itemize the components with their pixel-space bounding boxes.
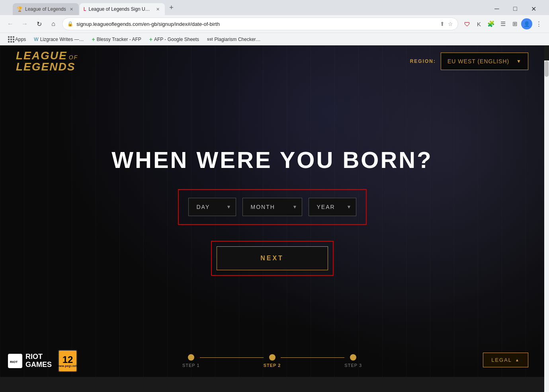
main-content: WHEN WERE YOU BORN? DAY ▼ MONTH ▼	[0, 77, 544, 345]
tab2-title: League of Legends Sign Up | EU	[88, 6, 152, 12]
month-select[interactable]: MONTH	[242, 198, 302, 216]
scrollbar-thumb[interactable]	[545, 61, 549, 77]
page-title: WHEN WERE YOU BORN?	[111, 146, 432, 173]
riot-games-icon: RIOT	[9, 355, 21, 367]
pegi-sub: www.pegi.info	[57, 365, 78, 367]
riot-line2: GAMES	[25, 361, 52, 369]
lol-header: LEAGUE OF LEGENDS REGION: EU WEST (ENGLI…	[0, 45, 544, 77]
riot-text: RIOT GAMES	[25, 353, 52, 369]
page-content: LEAGUE OF LEGENDS REGION: EU WEST (ENGLI…	[0, 45, 544, 377]
region-dropdown[interactable]: EU WEST (ENGLISH) ▼	[441, 53, 528, 70]
next-label: NEXT	[260, 255, 284, 261]
apps-label: Apps	[15, 37, 26, 42]
tab1-title: League of Legends	[25, 6, 66, 12]
bookmark-lizgrace[interactable]: W Lizgrace Writes —…	[31, 35, 87, 44]
tab1-favicon: 🏆	[17, 6, 23, 12]
riot-line1: RIOT	[25, 353, 52, 361]
plagiarism-label: Plagiarism Checker…	[215, 37, 261, 42]
day-select[interactable]: DAY	[188, 198, 236, 216]
region-arrow-icon: ▼	[516, 59, 522, 64]
date-selector-container: DAY ▼ MONTH ▼ YEAR ▼	[178, 189, 367, 225]
step1-circle	[188, 354, 194, 361]
month-wrapper: MONTH ▼	[242, 198, 302, 216]
shield-icon[interactable]: 🛡	[461, 18, 473, 29]
next-button[interactable]: NEXT	[217, 246, 328, 270]
puzzle-icon[interactable]: 🧩	[485, 18, 496, 29]
home-button[interactable]: ⌂	[48, 18, 59, 29]
blessy-favicon: +	[92, 36, 95, 43]
tab-2[interactable]: L League of Legends Sign Up | EU ✕	[80, 3, 165, 15]
legal-button[interactable]: LEGAL ▲	[483, 353, 528, 367]
maximize-button[interactable]: □	[506, 2, 524, 15]
bookmark-plagiarism[interactable]: sst Plagiarism Checker…	[204, 35, 264, 44]
plagiarism-favicon: sst	[207, 37, 213, 41]
tab2-close[interactable]: ✕	[154, 6, 161, 12]
minimize-button[interactable]: ─	[488, 2, 506, 15]
step-line-2	[281, 357, 344, 358]
legal-arrow-icon: ▲	[515, 358, 520, 362]
forward-button[interactable]: →	[19, 18, 30, 29]
steps-bar: STEP 1 STEP 2 STEP 3 LEGAL ▲	[0, 345, 544, 377]
afp-favicon: +	[149, 36, 152, 43]
title-bar: 🏆 League of Legends ✕ L League of Legend…	[0, 0, 549, 15]
step-1: STEP 1	[182, 354, 200, 368]
star-icon: ☆	[448, 21, 453, 27]
region-value: EU WEST (ENGLISH)	[447, 58, 509, 64]
svg-text:RIOT: RIOT	[10, 360, 18, 364]
logo-legends: LEGENDS	[16, 61, 78, 72]
region-label: REGION:	[410, 59, 436, 64]
step2-circle	[269, 354, 275, 361]
steps-inner: STEP 1 STEP 2 STEP 3	[153, 354, 392, 368]
reload-button[interactable]: ↻	[33, 18, 45, 29]
pegi-number: 12	[63, 355, 73, 365]
region-selector: REGION: EU WEST (ENGLISH) ▼	[410, 53, 528, 70]
date-selectors: DAY ▼ MONTH ▼ YEAR ▼	[188, 198, 356, 216]
lock-icon: 🔒	[67, 21, 73, 27]
step-line-1	[200, 357, 264, 358]
riot-icon: RIOT	[8, 354, 22, 368]
step-3: STEP 3	[344, 354, 362, 368]
share-icon: ⬆	[440, 21, 445, 27]
bookmark-afp[interactable]: + AFP - Google Sheets	[146, 35, 202, 44]
afp-label: AFP - Google Sheets	[154, 37, 199, 42]
bookmarks-bar: Apps W Lizgrace Writes —… + Blessy Track…	[0, 33, 549, 45]
lizgrace-favicon: W	[34, 37, 38, 42]
more-options-icon[interactable]: ⋮	[533, 18, 544, 29]
step-2: STEP 2	[264, 354, 281, 368]
close-window-button[interactable]: ✕	[524, 2, 543, 15]
split-screen-icon[interactable]: ⊞	[509, 18, 520, 29]
extensions-icon[interactable]: K	[473, 18, 485, 29]
step3-circle	[350, 354, 356, 361]
scrollbar[interactable]	[544, 60, 549, 392]
logo-of: OF	[69, 55, 78, 60]
tab2-favicon: L	[84, 6, 86, 12]
bookmark-apps[interactable]: Apps	[5, 35, 29, 44]
tab-1[interactable]: 🏆 League of Legends ✕	[13, 3, 79, 15]
tab1-close[interactable]: ✕	[68, 6, 75, 12]
toolbar-icons: 🛡 K 🧩 ☰ ⊞ 👤 ⋮	[461, 18, 544, 29]
page-footer: RIOT RIOT GAMES 12 www.pegi.info	[8, 345, 77, 377]
logo-top-row: LEAGUE OF	[16, 50, 78, 61]
lizgrace-label: Lizgrace Writes —…	[40, 37, 84, 42]
pegi-badge: 12 www.pegi.info	[58, 350, 77, 372]
year-select[interactable]: YEAR	[309, 198, 356, 216]
omnibar[interactable]: 🔒 signup.leagueoflegends.com/en-gb/signu…	[62, 18, 458, 30]
new-tab-button[interactable]: +	[166, 2, 177, 13]
next-button-container: NEXT	[211, 241, 334, 276]
browser-shell: 🏆 League of Legends ✕ L League of Legend…	[0, 0, 549, 45]
logo-league: LEAGUE	[16, 50, 67, 61]
url-display: signup.leagueoflegends.com/en-gb/signup/…	[76, 21, 437, 27]
day-wrapper: DAY ▼	[188, 198, 236, 216]
riot-logo: RIOT RIOT GAMES	[8, 353, 52, 369]
step3-label: STEP 3	[344, 363, 362, 368]
legal-label: LEGAL	[491, 357, 512, 363]
back-button[interactable]: ←	[5, 18, 16, 29]
profile-button[interactable]: 👤	[521, 18, 532, 29]
step2-label: STEP 2	[264, 363, 281, 368]
bookmark-blessy[interactable]: + Blessy Tracker - AFP	[89, 35, 145, 44]
apps-grid-icon	[8, 36, 14, 43]
step1-label: STEP 1	[182, 363, 200, 368]
reading-list-icon[interactable]: ☰	[497, 18, 508, 29]
omnibar-row: ← → ↻ ⌂ 🔒 signup.leagueoflegends.com/en-…	[0, 15, 549, 33]
year-wrapper: YEAR ▼	[309, 198, 356, 216]
